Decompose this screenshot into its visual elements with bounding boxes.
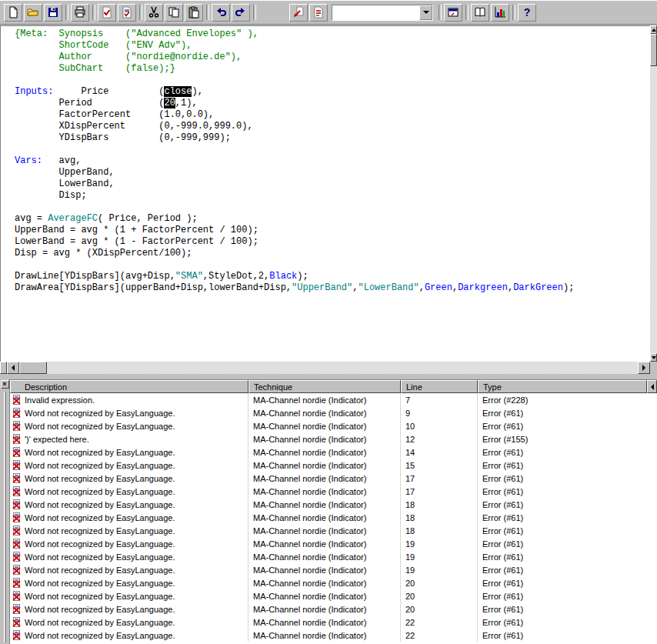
error-log-button[interactable] bbox=[309, 4, 328, 22]
error-line-cell: 17 bbox=[401, 472, 478, 485]
window-button[interactable] bbox=[444, 4, 462, 22]
scroll-right-button[interactable] bbox=[638, 362, 650, 374]
scroll-down-button[interactable] bbox=[650, 353, 657, 362]
error-type-cell: Error (#61) bbox=[478, 445, 657, 459]
error-row[interactable]: Word not recognized by EasyLanguage.MA-C… bbox=[10, 589, 657, 602]
error-row[interactable]: Word not recognized by EasyLanguage.MA-C… bbox=[10, 406, 657, 419]
print-icon bbox=[74, 6, 86, 18]
editor-horizontal-scrollbar[interactable] bbox=[0, 362, 650, 374]
error-row[interactable]: Word not recognized by EasyLanguage.MA-C… bbox=[10, 563, 657, 576]
cut-button[interactable] bbox=[145, 4, 163, 22]
code-line: Author ("nordie@nordie.de"), bbox=[15, 52, 650, 63]
error-row[interactable]: Word not recognized by EasyLanguage.MA-C… bbox=[10, 498, 657, 511]
split-handle[interactable] bbox=[0, 362, 7, 374]
error-row[interactable]: Word not recognized by EasyLanguage.MA-C… bbox=[10, 419, 657, 432]
error-technique-cell: MA-Channel nordie (Indicator) bbox=[248, 445, 401, 459]
error-description-cell: Word not recognized by EasyLanguage. bbox=[10, 445, 248, 459]
open-folder-icon bbox=[27, 6, 39, 18]
redo-button[interactable] bbox=[232, 4, 250, 22]
code-area[interactable]: {Meta: Synopsis ("Advanced Envelopes" ),… bbox=[1, 26, 650, 294]
error-description-cell: Word not recognized by EasyLanguage. bbox=[10, 485, 248, 498]
error-line-cell: 20 bbox=[401, 589, 478, 602]
error-type-cell: Error (#61) bbox=[478, 498, 657, 511]
error-type-cell: Error (#61) bbox=[478, 576, 657, 589]
verify-button[interactable] bbox=[98, 4, 116, 22]
error-row[interactable]: Word not recognized by EasyLanguage.MA-C… bbox=[10, 616, 657, 629]
header-scroll-button[interactable] bbox=[647, 380, 657, 393]
error-description-cell: Word not recognized by EasyLanguage. bbox=[10, 472, 248, 485]
code-line: {Meta: Synopsis ("Advanced Envelopes" ), bbox=[15, 28, 650, 40]
error-technique-cell: MA-Channel nordie (Indicator) bbox=[248, 537, 401, 550]
error-row[interactable]: Word not recognized by EasyLanguage.MA-C… bbox=[10, 445, 657, 459]
scroll-left-button[interactable] bbox=[7, 362, 19, 374]
error-x-icon bbox=[12, 526, 22, 536]
editor-vertical-scrollbar[interactable] bbox=[650, 25, 657, 362]
error-type-cell: Error (#61) bbox=[478, 616, 657, 629]
undo-button[interactable] bbox=[212, 4, 230, 22]
window-icon bbox=[447, 6, 459, 18]
toolbar-combo-input[interactable] bbox=[332, 5, 419, 20]
panel-drag-gripper[interactable] bbox=[4, 392, 6, 642]
save-button[interactable] bbox=[44, 4, 62, 22]
code-line: Disp; bbox=[15, 190, 650, 202]
error-row[interactable]: Word not recognized by EasyLanguage.MA-C… bbox=[10, 472, 657, 485]
vertical-scroll-track[interactable] bbox=[650, 66, 657, 353]
error-row[interactable]: Word not recognized by EasyLanguage.MA-C… bbox=[10, 459, 657, 472]
verify-changed-button[interactable] bbox=[118, 4, 136, 22]
error-type-cell: Error (#61) bbox=[478, 406, 657, 419]
code-line bbox=[15, 75, 650, 86]
error-x-icon bbox=[12, 486, 22, 496]
error-description-cell: Word not recognized by EasyLanguage. bbox=[10, 563, 248, 576]
column-header-technique[interactable]: Technique bbox=[248, 380, 401, 393]
vertical-scroll-thumb[interactable] bbox=[650, 34, 657, 66]
open-button[interactable] bbox=[24, 4, 42, 22]
goto-error-icon bbox=[292, 6, 305, 18]
error-technique-cell: MA-Channel nordie (Indicator) bbox=[248, 406, 401, 419]
chart-button[interactable] bbox=[491, 4, 509, 22]
error-type-cell: Error (#61) bbox=[478, 629, 657, 642]
error-row[interactable]: Word not recognized by EasyLanguage.MA-C… bbox=[10, 576, 657, 589]
copy-button[interactable] bbox=[165, 4, 183, 22]
goto-error-button[interactable] bbox=[289, 4, 308, 22]
error-description-cell: Word not recognized by EasyLanguage. bbox=[10, 511, 248, 524]
error-row[interactable]: Word not recognized by EasyLanguage.MA-C… bbox=[10, 537, 657, 550]
code-line: LowerBand = avg * (1 - FactorPercent / 1… bbox=[15, 236, 650, 248]
error-line-cell: 18 bbox=[401, 524, 478, 537]
error-row[interactable]: Invalid expression.MA-Channel nordie (In… bbox=[10, 393, 657, 406]
error-row[interactable]: Word not recognized by EasyLanguage.MA-C… bbox=[10, 629, 657, 642]
error-row[interactable]: Word not recognized by EasyLanguage.MA-C… bbox=[10, 602, 657, 616]
error-row[interactable]: ')' expected here.MA-Channel nordie (Ind… bbox=[10, 432, 657, 445]
code-line: ShortCode ("ENV Adv"), bbox=[15, 40, 650, 52]
column-header-line[interactable]: Line bbox=[401, 380, 478, 393]
column-header-type[interactable]: Type bbox=[478, 380, 647, 393]
toolbar-separator bbox=[90, 3, 97, 22]
error-type-cell: Error (#61) bbox=[478, 472, 657, 485]
error-row[interactable]: Word not recognized by EasyLanguage.MA-C… bbox=[10, 524, 657, 537]
scroll-up-button[interactable] bbox=[650, 25, 657, 34]
paste-button[interactable] bbox=[185, 4, 203, 22]
close-panel-button[interactable]: × bbox=[1, 380, 9, 389]
error-row[interactable]: Word not recognized by EasyLanguage.MA-C… bbox=[10, 511, 657, 524]
error-x-icon bbox=[12, 604, 22, 614]
error-row[interactable]: Word not recognized by EasyLanguage.MA-C… bbox=[10, 550, 657, 563]
horizontal-scroll-thumb[interactable] bbox=[19, 362, 47, 374]
column-header-description[interactable]: Description bbox=[10, 380, 248, 393]
error-description-cell: Word not recognized by EasyLanguage. bbox=[10, 498, 248, 511]
new-button[interactable] bbox=[4, 4, 22, 22]
horizontal-scroll-track[interactable] bbox=[47, 362, 638, 374]
print-button[interactable] bbox=[71, 4, 89, 22]
error-row[interactable]: Word not recognized by EasyLanguage.MA-C… bbox=[10, 485, 657, 498]
error-description-cell: Word not recognized by EasyLanguage. bbox=[10, 589, 248, 602]
error-description-cell: Word not recognized by EasyLanguage. bbox=[10, 537, 248, 550]
toolbar-combo[interactable] bbox=[332, 5, 433, 21]
error-technique-cell: MA-Channel nordie (Indicator) bbox=[248, 432, 401, 445]
code-line: UpperBand = avg * (1 + FactorPercent / 1… bbox=[15, 225, 650, 236]
error-description-cell: Invalid expression. bbox=[10, 393, 248, 406]
scroll-left-icon bbox=[12, 365, 15, 371]
error-technique-cell: MA-Channel nordie (Indicator) bbox=[248, 629, 401, 642]
code-editor[interactable]: {Meta: Synopsis ("Advanced Envelopes" ),… bbox=[0, 25, 650, 362]
help-button[interactable]: ? bbox=[518, 4, 536, 22]
dictionary-button[interactable] bbox=[471, 4, 489, 22]
error-x-icon bbox=[12, 591, 22, 601]
combo-dropdown-button[interactable] bbox=[419, 5, 432, 20]
